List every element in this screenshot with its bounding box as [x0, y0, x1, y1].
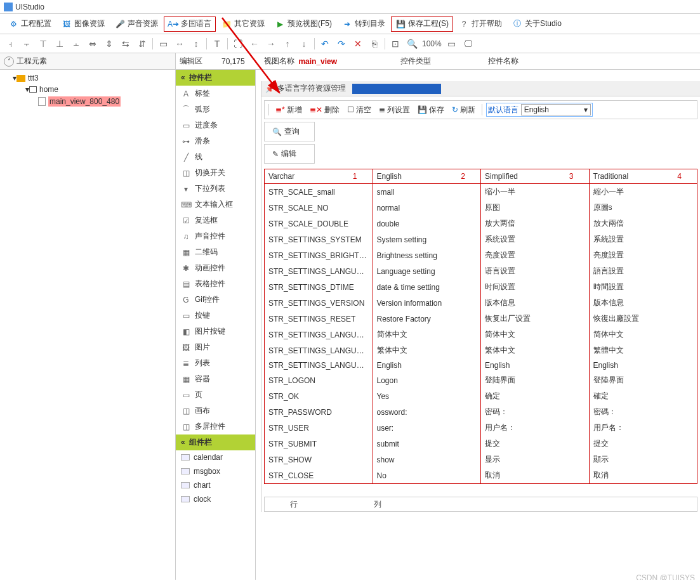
- widget-slider[interactable]: ⊶滑条: [176, 133, 255, 149]
- zoom-fit-icon[interactable]: ⊡: [389, 37, 402, 50]
- table-row[interactable]: STR_SETTINGS_LANGUAGELanguage setting语言设…: [265, 263, 697, 279]
- widget-dropdown[interactable]: ▾下拉列表: [176, 181, 255, 197]
- align-right-icon[interactable]: ⫟: [20, 37, 33, 50]
- about[interactable]: ⓘ关于Studio: [508, 16, 566, 32]
- tab-query[interactable]: 🔍查询: [264, 122, 315, 141]
- dialog-titlebar[interactable]: 📌 多语言字符资源管理: [261, 81, 700, 96]
- widget-textinput[interactable]: ⌨文本输入框: [176, 197, 255, 212]
- col-header[interactable]: Traditional4: [589, 169, 697, 184]
- dist-h-icon[interactable]: ⇔: [86, 37, 99, 50]
- table-row[interactable]: STR_SETTINGS_SYSTEMSystem setting系统设置系統設…: [265, 232, 697, 247]
- colset-button[interactable]: ≣列设置: [376, 103, 413, 117]
- table-row[interactable]: STR_SETTINGS_LANGUAGE_SC简体中文简体中文简体中文: [265, 327, 697, 343]
- table-row[interactable]: STR_LOGONLogon登陆界面登陸界面: [265, 372, 697, 388]
- defaultlang-dropdown[interactable]: English ▾: [521, 104, 591, 115]
- table-row[interactable]: STR_SCALE_NOnormal原图原圖s: [265, 200, 697, 216]
- preview[interactable]: ▶预览视图(F5): [270, 16, 336, 32]
- multi-lang[interactable]: A➔多国语言: [164, 16, 216, 32]
- dist-hspace-icon[interactable]: ↔: [173, 37, 186, 50]
- table-row[interactable]: STR_SETTINGS_DTIMEdate & time setting时间设…: [265, 279, 697, 295]
- tree-node-mainview[interactable]: main_view_800_480: [4, 95, 171, 108]
- fit-height-icon[interactable]: ⇵: [136, 37, 149, 50]
- widget-qrcode[interactable]: ▦二维码: [176, 244, 255, 260]
- up-icon[interactable]: ↑: [281, 37, 294, 50]
- component-calendar[interactable]: calendar: [176, 450, 255, 464]
- widget-arc[interactable]: ⌒弧形: [176, 101, 255, 117]
- table-row[interactable]: STR_SUBMITsubmit提交提交: [265, 436, 697, 452]
- tree-node-home[interactable]: ▾ home: [4, 84, 171, 95]
- forward-icon[interactable]: →: [265, 37, 277, 50]
- widget-label[interactable]: A标签: [176, 86, 255, 101]
- table-row[interactable]: STR_SETTINGS_VERSIONVersion information版…: [265, 295, 697, 311]
- align-left-icon[interactable]: ⫞: [4, 37, 17, 50]
- widget-gif[interactable]: GGif控件: [176, 292, 255, 308]
- undo-icon[interactable]: ↶: [319, 37, 331, 50]
- preview-icon[interactable]: ▭: [446, 37, 458, 50]
- table-row[interactable]: STR_OKYes确定確定: [265, 388, 697, 404]
- dist-vspace-icon[interactable]: ↕: [190, 37, 202, 50]
- monitor-icon[interactable]: 🖵: [462, 37, 475, 50]
- col-header[interactable]: English2: [373, 169, 481, 184]
- collapse-icon[interactable]: ˄: [4, 56, 14, 67]
- component-msgbox[interactable]: msgbox: [176, 464, 255, 478]
- widget-switch[interactable]: ◫切换开关: [176, 165, 255, 181]
- align-hcenter-icon[interactable]: ⫠: [70, 37, 83, 50]
- other-res[interactable]: 📁其它资源: [217, 16, 269, 32]
- clear-button[interactable]: ☐清空: [345, 103, 374, 117]
- tree-node-root[interactable]: ▾ ttt3: [4, 72, 171, 84]
- table-row[interactable]: STR_SETTINGS_RESETRestore Factory恢复出厂设置恢…: [265, 311, 697, 327]
- save-button[interactable]: 💾保存: [415, 103, 447, 117]
- table-row[interactable]: STR_SHOWshow显示顯示: [265, 452, 697, 467]
- delete-button[interactable]: ≣✕删除: [307, 103, 342, 117]
- align-bottom-icon[interactable]: ⊥: [53, 37, 66, 50]
- widget-list[interactable]: ≣列表: [176, 355, 255, 371]
- text-align-icon[interactable]: T: [211, 37, 223, 50]
- table-row[interactable]: STR_SETTINGS_BRIGHTNESSBrightness settin…: [265, 247, 697, 263]
- col-header[interactable]: Varchar1: [265, 169, 373, 184]
- dist-v-icon[interactable]: ⇕: [103, 37, 116, 50]
- component-clock[interactable]: clock: [176, 492, 255, 506]
- table-row[interactable]: STR_PASSWORDossword:密码：密碼：: [265, 404, 697, 420]
- img-res[interactable]: 🖼图像资源: [57, 16, 109, 32]
- proj-config[interactable]: ⚙工程配置: [4, 16, 56, 32]
- section-widgets[interactable]: 控件栏: [176, 70, 255, 86]
- widget-anim[interactable]: ✱动画控件: [176, 260, 255, 276]
- table-row[interactable]: STR_SETTINGS_LANGUAGE_ENEnglishEnglishEn…: [265, 358, 697, 372]
- col-header[interactable]: Simplified3: [481, 169, 590, 184]
- table-row[interactable]: STR_CLOSENo取消取消: [265, 467, 697, 484]
- save-proj[interactable]: 💾保存工程(S): [391, 16, 453, 32]
- sound-res[interactable]: 🎤声音资源: [110, 16, 162, 32]
- widget-page[interactable]: ▭页: [176, 387, 255, 403]
- same-size-icon[interactable]: ▭: [157, 37, 169, 50]
- widget-multiscreen[interactable]: ◫多屏控件: [176, 419, 255, 434]
- add-button[interactable]: ≣*新增: [273, 103, 305, 117]
- table-row[interactable]: STR_SETTINGS_LANGUAGE_TC繁体中文繁体中文繁體中文: [265, 343, 697, 358]
- pane-header[interactable]: ˄ 工程元素: [0, 53, 175, 70]
- widget-progress[interactable]: ▭进度条: [176, 117, 255, 133]
- fit-width-icon[interactable]: ⇆: [119, 37, 132, 50]
- goto-dir[interactable]: ➜转到目录: [338, 16, 390, 32]
- back-icon[interactable]: ←: [248, 37, 261, 50]
- redo-icon[interactable]: ↷: [335, 37, 348, 50]
- down-icon[interactable]: ↓: [298, 37, 310, 50]
- table-row[interactable]: STR_SCALE_smallsmall缩小一半縮小一半: [265, 184, 697, 200]
- table-row[interactable]: STR_SCALE_DOUBLEdouble放大两倍放大兩倍: [265, 216, 697, 232]
- widget-imgbtn[interactable]: ◧图片按键: [176, 323, 255, 339]
- open-help[interactable]: ?打开帮助: [454, 16, 506, 32]
- widget-line[interactable]: ╱线: [176, 149, 255, 165]
- section-components[interactable]: 组件栏: [176, 434, 255, 450]
- delete-icon[interactable]: ✕: [352, 37, 364, 50]
- widget-canvas[interactable]: ◫画布: [176, 403, 255, 419]
- zoom-icon[interactable]: 🔍: [406, 37, 418, 50]
- copy-icon[interactable]: ⎘: [368, 37, 381, 50]
- widget-table[interactable]: ▤表格控件: [176, 276, 255, 292]
- widget-checkbox[interactable]: ☑复选框: [176, 212, 255, 228]
- widget-image[interactable]: 🖼图片: [176, 339, 255, 355]
- component-chart[interactable]: chart: [176, 478, 255, 492]
- tab-edit[interactable]: ✎编辑: [264, 144, 315, 164]
- table-row[interactable]: STR_USERuser:用户名：用戶名：: [265, 420, 697, 436]
- fullscreen-icon[interactable]: ⛶: [232, 37, 244, 50]
- align-top-icon[interactable]: ⊤: [37, 37, 50, 50]
- widget-sound[interactable]: ♫声音控件: [176, 228, 255, 244]
- refresh-button[interactable]: ↻刷新: [449, 103, 478, 117]
